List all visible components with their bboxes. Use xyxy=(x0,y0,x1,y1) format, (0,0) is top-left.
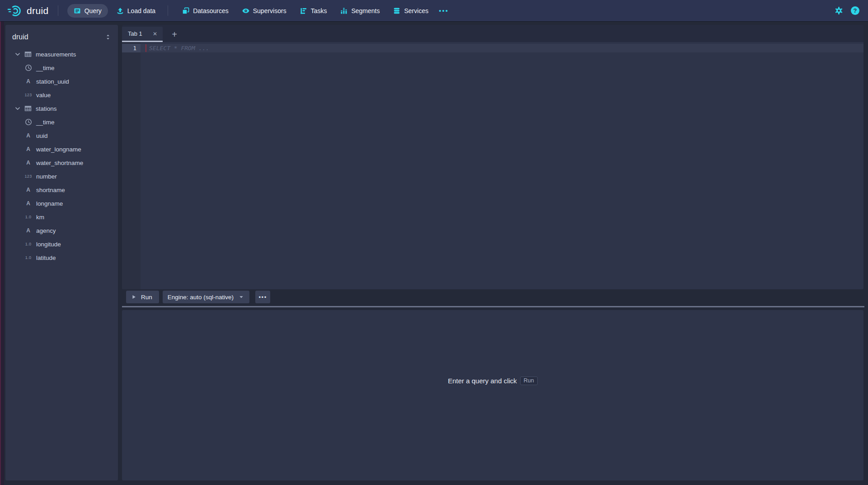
editor-placeholder: SELECT * FROM ... xyxy=(149,44,209,52)
query-more-button[interactable]: ••• xyxy=(255,291,270,303)
float-type-icon: 1.0 xyxy=(24,255,33,260)
tree-item-label: __time xyxy=(36,119,55,126)
nav-item-label: Load data xyxy=(127,7,155,14)
eye-icon xyxy=(242,7,249,14)
string-type-icon: A xyxy=(24,227,33,234)
tree-item-label: longitude xyxy=(36,241,61,248)
chevron-down-icon[interactable] xyxy=(14,105,21,112)
results-panel: Enter a query and click Run xyxy=(122,310,863,480)
nav-item-label: Datasources xyxy=(193,7,229,14)
clock-icon xyxy=(24,64,33,71)
run-button-label: Run xyxy=(141,294,152,301)
tree-item-label: number xyxy=(36,173,57,180)
gantt-icon xyxy=(300,7,307,14)
tree-item-label: station_uuid xyxy=(36,78,69,85)
tree-item-label: measurements xyxy=(36,51,76,58)
nav-item-services[interactable]: Services xyxy=(388,4,433,18)
float-type-icon: 1.0 xyxy=(24,215,33,219)
sidebar-item-number[interactable]: 123 number xyxy=(5,170,118,183)
nav-item-label: Supervisors xyxy=(253,7,286,14)
sidebar-item-stations[interactable]: stations xyxy=(5,102,118,115)
horizontal-splitter[interactable] xyxy=(122,306,864,307)
line-number: 1 xyxy=(122,44,141,52)
editor-gutter xyxy=(122,42,141,289)
query-editor[interactable]: 1 SELECT * FROM ... xyxy=(122,42,863,289)
nav-item-label: Tasks xyxy=(311,7,327,14)
sort-swap-vertical-icon[interactable] xyxy=(105,34,111,40)
tree-item-label: value xyxy=(36,92,51,99)
datasources-icon xyxy=(182,7,189,14)
empty-message-text: Enter a query and click xyxy=(448,377,517,385)
tree-item-label: km xyxy=(36,214,44,221)
tree-item-label: __time xyxy=(36,65,55,71)
engine-label: Engine: auto (sql-native) xyxy=(168,294,234,301)
text-cursor xyxy=(145,44,146,52)
nav-item-label: Query xyxy=(84,7,102,14)
console-icon xyxy=(74,7,81,14)
empty-results-message: Enter a query and click Run xyxy=(122,377,863,385)
sidebar-item-uuid[interactable]: A uuid xyxy=(5,129,118,142)
sidebar-item-water-shortname[interactable]: A water_shortname xyxy=(5,156,118,170)
schema-sidebar: druid measurements __time A station_uuid… xyxy=(5,25,118,480)
tab-tab-1[interactable]: Tab 1 ✕ xyxy=(122,27,163,42)
nav-item-label: Segments xyxy=(351,7,380,14)
nav-divider xyxy=(58,5,58,16)
chevron-down-icon[interactable] xyxy=(14,51,21,57)
run-key-tag: Run xyxy=(520,377,538,385)
tree-item-label: longname xyxy=(36,200,63,207)
nav-item-datasources[interactable]: Datasources xyxy=(177,4,234,18)
nav-divider xyxy=(168,5,168,16)
string-type-icon: A xyxy=(24,200,33,207)
sidebar-item-station-uuid[interactable]: A station_uuid xyxy=(5,75,118,88)
sidebar-item-km[interactable]: 1.0 km xyxy=(5,210,118,224)
nav-item-segments[interactable]: Segments xyxy=(335,4,385,18)
schema-title: druid xyxy=(12,33,28,41)
string-type-icon: A xyxy=(24,146,33,152)
navbar-right: ? xyxy=(835,6,859,15)
tree-item-label: water_shortname xyxy=(36,160,83,166)
upload-icon xyxy=(117,7,124,14)
play-icon xyxy=(131,294,137,300)
query-tab-bar: Tab 1 ✕ + xyxy=(122,25,863,42)
number-type-icon: 123 xyxy=(24,174,33,179)
float-type-icon: 1.0 xyxy=(24,242,33,246)
string-type-icon: A xyxy=(24,78,33,85)
caret-down-icon xyxy=(238,294,244,300)
number-type-icon: 123 xyxy=(24,93,33,97)
sidebar-item-longitude[interactable]: 1.0 longitude xyxy=(5,237,118,251)
sidebar-item-latitude[interactable]: 1.0 latitude xyxy=(5,251,118,264)
tree-item-label: agency xyxy=(36,227,56,234)
engine-select-button[interactable]: Engine: auto (sql-native) xyxy=(163,291,249,303)
sidebar-item-agency[interactable]: A agency xyxy=(5,224,118,237)
sidebar-item-longname[interactable]: A longname xyxy=(5,197,118,210)
settings-gear-icon[interactable] xyxy=(835,6,843,15)
brand-wordmark: druid xyxy=(27,5,49,16)
table-icon xyxy=(23,105,32,112)
string-type-icon: A xyxy=(24,160,33,166)
nav-item-tasks[interactable]: Tasks xyxy=(295,4,332,18)
druid-logo[interactable]: druid xyxy=(6,4,49,18)
nav-item-load-data[interactable]: Load data xyxy=(112,4,160,18)
run-button[interactable]: Run xyxy=(126,291,159,303)
column-tree: measurements __time A station_uuid 123 v… xyxy=(5,47,118,264)
nav-item-label: Services xyxy=(404,7,428,14)
add-tab-button[interactable]: + xyxy=(168,28,181,41)
tree-item-label: stations xyxy=(36,105,57,112)
nav-item-supervisors[interactable]: Supervisors xyxy=(237,4,291,18)
sidebar-item-measurements[interactable]: measurements xyxy=(5,47,118,61)
clock-icon xyxy=(24,118,33,126)
stacked-bars-icon xyxy=(340,7,347,14)
sidebar-item-measurements-time[interactable]: __time xyxy=(5,61,118,75)
sidebar-item-water-longname[interactable]: A water_longname xyxy=(5,142,118,156)
tab-label: Tab 1 xyxy=(128,30,142,37)
window-edge-strip xyxy=(0,21,4,485)
sidebar-item-shortname[interactable]: A shortname xyxy=(5,183,118,197)
help-icon[interactable]: ? xyxy=(851,6,859,15)
top-navbar: druid Query Load data Datasources Superv… xyxy=(0,0,868,21)
nav-more-button[interactable]: ••• xyxy=(439,7,449,14)
close-icon[interactable]: ✕ xyxy=(152,30,158,38)
schema-selector[interactable]: druid xyxy=(5,30,118,44)
sidebar-item-stations-time[interactable]: __time xyxy=(5,115,118,129)
nav-item-query[interactable]: Query xyxy=(67,4,108,18)
sidebar-item-value[interactable]: 123 value xyxy=(5,88,118,102)
